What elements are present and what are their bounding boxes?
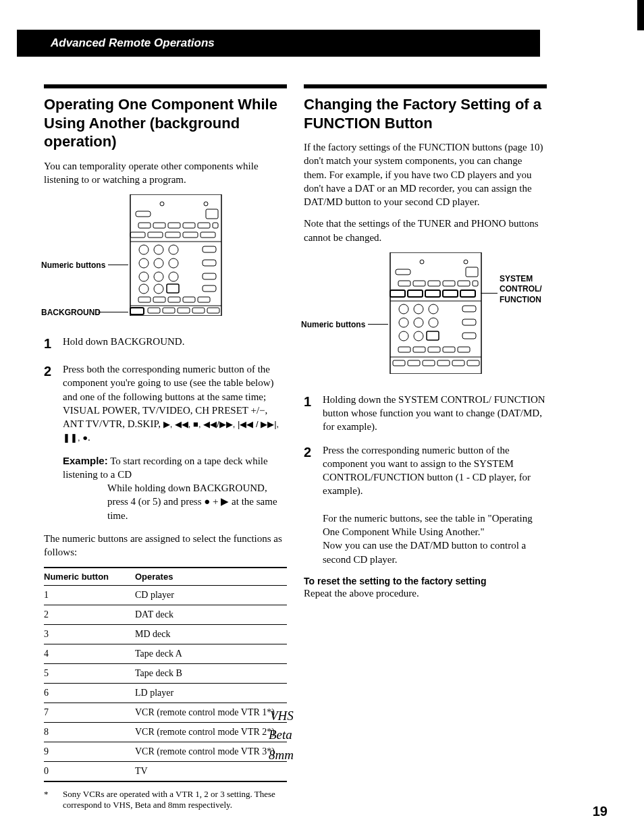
right-heading: Changing the Factory Setting of a FUNCTI… xyxy=(304,95,547,132)
numeric-buttons-table: Numeric button Operates 1CD player 2DAT … xyxy=(44,567,287,782)
cell: 9 xyxy=(44,742,135,762)
cell: Tape deck B xyxy=(135,664,287,684)
svg-rect-82 xyxy=(423,360,435,366)
svg-rect-31 xyxy=(167,284,179,293)
cell: CD player xyxy=(135,586,287,605)
reset-text: Repeat the above procedure. xyxy=(304,588,547,599)
table-header: Numeric button xyxy=(44,568,135,586)
svg-rect-73 xyxy=(462,333,476,339)
handwritten-vhs: VHS xyxy=(270,709,294,723)
step-number: 1 xyxy=(304,393,323,434)
step-item: 1 Holding down the SYSTEM CONTROL/ FUNCT… xyxy=(304,393,547,434)
step-number: 2 xyxy=(304,443,323,566)
right-column: Changing the Factory Setting of a FUNCTI… xyxy=(304,84,547,599)
svg-rect-6 xyxy=(153,223,165,228)
table-row: 2DAT deck xyxy=(44,605,287,625)
svg-point-70 xyxy=(399,331,408,341)
svg-rect-24 xyxy=(203,260,216,266)
svg-rect-81 xyxy=(408,360,420,366)
cell: VCR (remote control mode VTR 3*) xyxy=(135,742,287,762)
svg-point-25 xyxy=(139,272,149,281)
callout-line xyxy=(368,324,388,325)
table-header: Operates xyxy=(135,568,287,586)
svg-rect-8 xyxy=(183,223,195,228)
svg-rect-49 xyxy=(466,267,478,277)
svg-rect-15 xyxy=(200,232,215,238)
step-body: Press the corresponding numeric button o… xyxy=(323,443,547,566)
step-text: Press the corresponding numeric button o… xyxy=(323,445,531,497)
svg-point-68 xyxy=(429,318,438,327)
svg-rect-12 xyxy=(148,232,163,238)
footnote: * Sony VCRs are operated with a VTR 1, 2… xyxy=(44,789,287,810)
example-label: Example: xyxy=(63,455,108,466)
step-item: 1 Hold down BACKGROUND. xyxy=(44,335,287,353)
svg-rect-3 xyxy=(136,211,151,217)
svg-rect-80 xyxy=(393,360,405,366)
cell: LD player xyxy=(135,684,287,703)
svg-point-63 xyxy=(414,304,423,314)
table-row: 3MD deck xyxy=(44,625,287,644)
heading-rule xyxy=(304,84,547,88)
svg-rect-59 xyxy=(443,290,458,297)
right-p2: Note that the settings of the TUNER and … xyxy=(304,217,547,244)
cell: VCR (remote control mode VTR 1*) xyxy=(135,703,287,723)
svg-rect-4 xyxy=(206,209,218,219)
svg-rect-58 xyxy=(425,290,440,297)
svg-point-26 xyxy=(154,272,163,281)
svg-rect-78 xyxy=(458,347,470,352)
svg-rect-35 xyxy=(168,297,180,302)
cell: DAT deck xyxy=(135,605,287,625)
right-steps: 1 Holding down the SYSTEM CONTROL/ FUNCT… xyxy=(304,393,547,566)
step-text-end: . xyxy=(88,432,90,443)
svg-point-71 xyxy=(414,331,423,341)
svg-point-23 xyxy=(169,258,178,268)
svg-rect-56 xyxy=(390,290,405,297)
svg-rect-60 xyxy=(460,290,475,297)
callout-numeric-buttons: Numeric buttons xyxy=(41,260,105,270)
svg-point-29 xyxy=(139,284,149,294)
cell: 3 xyxy=(44,625,135,644)
svg-rect-34 xyxy=(153,297,165,302)
svg-rect-51 xyxy=(413,281,425,286)
svg-rect-77 xyxy=(443,347,455,352)
svg-rect-37 xyxy=(198,297,210,302)
table-row: 1CD player xyxy=(44,586,287,605)
cell: MD deck xyxy=(135,625,287,644)
table-row: 9VCR (remote control mode VTR 3*) xyxy=(44,742,287,762)
footnote-text: Sony VCRs are operated with a VTR 1, 2 o… xyxy=(63,789,287,810)
svg-rect-32 xyxy=(203,285,216,292)
cell: 4 xyxy=(44,644,135,664)
step-body: Press both the corresponding numeric but… xyxy=(63,362,287,445)
cell: 1 xyxy=(44,586,135,605)
svg-rect-39 xyxy=(130,308,144,314)
svg-rect-20 xyxy=(203,246,216,252)
reset-section: To reset the setting to the factory sett… xyxy=(304,576,547,599)
cell: 6 xyxy=(44,684,135,703)
svg-rect-42 xyxy=(178,308,190,313)
step-note: Now you can use the DAT/MD button to con… xyxy=(323,540,526,564)
svg-rect-74 xyxy=(398,347,410,352)
svg-rect-7 xyxy=(168,223,180,228)
svg-rect-84 xyxy=(452,360,464,366)
table-row: 6LD player xyxy=(44,684,287,703)
svg-rect-41 xyxy=(163,308,175,313)
svg-rect-55 xyxy=(473,281,478,286)
callout-numeric-buttons: Numeric buttons xyxy=(301,320,365,329)
reset-heading: To reset the setting to the factory sett… xyxy=(304,576,547,586)
svg-point-18 xyxy=(154,245,163,254)
page-number: 19 xyxy=(593,804,608,819)
svg-rect-83 xyxy=(437,360,450,366)
svg-rect-36 xyxy=(183,297,195,302)
svg-point-64 xyxy=(429,304,438,314)
step-note: For the numeric buttons, see the table i… xyxy=(323,513,533,537)
svg-rect-28 xyxy=(203,273,216,279)
step-item: 2 Press both the corresponding numeric b… xyxy=(44,362,287,445)
callout-text: CONTROL/ xyxy=(500,284,542,295)
svg-point-62 xyxy=(399,304,408,314)
svg-point-46 xyxy=(420,260,424,264)
svg-rect-40 xyxy=(148,308,160,313)
callout-line xyxy=(481,293,498,294)
svg-rect-72 xyxy=(427,331,439,340)
svg-rect-13 xyxy=(165,232,180,238)
svg-rect-10 xyxy=(213,223,218,228)
